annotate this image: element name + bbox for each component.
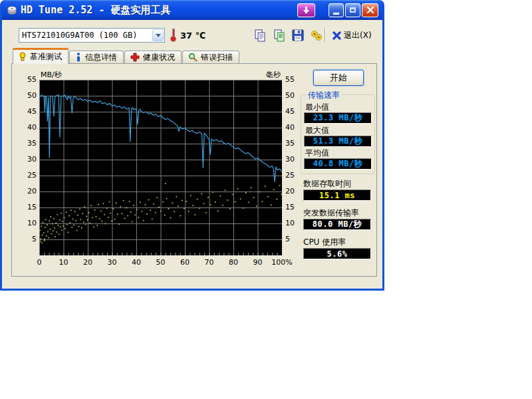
x-axis-tick: 10 [51,258,77,267]
thermometer-icon [170,29,177,42]
y-axis-tick-right: 55 [285,75,303,84]
minimize-button[interactable] [329,3,344,17]
min-label: 最小值 [305,102,329,113]
benchmark-bulb-icon [19,52,27,61]
drive-select-arrow-button[interactable] [152,29,164,41]
tab-health-label: 健康状况 [143,52,175,63]
tab-bar: 基准测试 信息详情 健康状况 错误扫描 [13,48,240,64]
left-axis-title: MB/秒 [41,70,62,80]
plot-area [39,80,282,255]
y-axis-tick-left: 10 [19,219,37,227]
avg-label: 平均值 [305,148,329,159]
info-icon [75,53,82,62]
x-axis-tick: 0 [26,258,53,267]
benchmark-tab-panel: MB/秒 毫秒 55101015152020252530303535404045… [11,63,377,277]
y-axis-tick-left: 20 [19,187,37,196]
copy-icon [253,29,267,42]
max-label: 最大值 [305,125,329,136]
y-axis-tick-left: 30 [19,155,37,164]
avg-value: 40.8 MB/秒 [304,158,372,170]
y-axis-tick-left: 15 [19,203,37,211]
x-axis-tick: 20 [74,258,101,267]
max-value: 51.3 MB/秒 [304,136,372,147]
y-axis-tick-left: 25 [19,171,37,180]
x-axis-tick: 60 [172,258,198,267]
cpu-usage-value: 5.6% [303,248,371,259]
cpu-usage-label: CPU 使用率 [303,237,346,248]
tab-info[interactable]: 信息详情 [69,51,124,64]
app-window: HD Tune 2.52 - 硬盘实用工具 HTS721010G9AT00 (1… [0,0,384,291]
close-icon [366,6,374,14]
transfer-rate-group: 传输速率 最小值 23.3 MB/秒 最大值 51.3 MB/秒 平均值 40.… [301,94,375,174]
right-axis-title: 毫秒 [266,70,281,80]
chevron-down-icon [156,34,161,37]
download-button[interactable] [297,3,315,17]
maximize-icon [350,7,356,13]
down-arrow-icon [302,6,311,15]
x-axis-tick: 90 [245,258,271,267]
burst-rate-value: 80.0 MB/秒 [303,219,371,230]
y-axis-tick-right: 20 [285,187,303,196]
magnifier-icon [188,53,198,62]
tab-health[interactable]: 健康状况 [124,51,182,64]
app-hard-disk-icon [7,5,17,15]
y-axis-tick-left: 50 [19,91,37,100]
burst-rate-label: 突发数据传输率 [303,207,359,219]
y-axis-tick-right: 5 [285,235,303,243]
y-axis-tick-left: 45 [19,107,37,116]
drive-select-value: HTS721010G9AT00 (100 GB) [19,31,152,40]
x-axis-tick: 70 [196,258,223,267]
y-axis-tick-right: 25 [285,171,303,180]
save-icon [291,29,305,42]
health-cross-icon [130,53,140,62]
client-area: HTS721010G9AT00 (100 GB) 37 ℃ [2,20,382,289]
tab-benchmark[interactable]: 基准测试 [13,48,68,64]
x-axis-tick: 80 [220,258,247,267]
minimize-icon [333,13,339,15]
exit-label: 退出(X) [344,30,372,41]
y-axis-tick-right: 10 [285,219,303,227]
tab-info-label: 信息详情 [85,52,117,63]
min-value: 23.3 MB/秒 [304,112,372,124]
x-axis-tick: 50 [148,258,174,267]
exit-x-icon [332,31,342,41]
temperature-readout: 37 ℃ [180,31,205,41]
start-button[interactable]: 开始 [313,70,364,86]
options-gears-icon [310,29,323,42]
minor-ticks [45,253,277,255]
x-axis-tick: 30 [99,258,126,267]
y-axis-tick-right: 15 [285,203,303,211]
x-axis-tick: 40 [123,258,150,267]
tab-error-scan-label: 错误扫描 [201,52,233,63]
y-axis-tick-left: 5 [19,235,37,243]
y-axis-tick-left: 35 [19,139,37,148]
window-title: HD Tune 2.52 - 硬盘实用工具 [21,4,297,17]
tab-benchmark-label: 基准测试 [30,51,62,63]
access-time-value: 15.1 ms [303,190,371,201]
options-button[interactable] [308,27,325,44]
x-axis-tick: 100% [269,258,295,267]
y-axis-tick-left: 55 [19,75,37,84]
close-button[interactable] [362,3,378,17]
drive-select[interactable]: HTS721010G9AT00 (100 GB) [19,28,165,43]
toolbar-separator [325,28,326,43]
maximize-button[interactable] [345,3,360,17]
access-time-label: 数据存取时间 [303,178,351,190]
copy-info-button[interactable] [271,27,288,44]
tab-error-scan[interactable]: 错误扫描 [182,51,239,64]
save-button[interactable] [289,27,307,44]
transfer-rate-group-title: 传输速率 [306,90,342,101]
y-axis-tick-left: 40 [19,123,37,132]
exit-button[interactable]: 退出(X) [329,27,374,44]
copy-info-icon [273,29,286,42]
copy-button[interactable] [251,27,269,44]
gridlines [39,80,282,255]
title-bar: HD Tune 2.52 - 硬盘实用工具 [2,0,382,20]
